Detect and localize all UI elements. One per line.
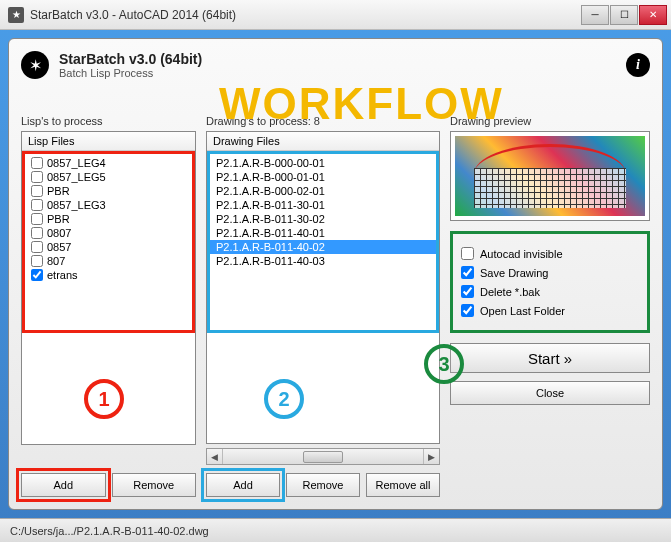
- statusbar: C:/Users/ja.../P2.1.A.R-B-011-40-02.dwg: [0, 518, 671, 542]
- preview-column: Drawing preview Autocad invisible Save D…: [450, 115, 650, 497]
- drawings-remove-button[interactable]: Remove: [286, 473, 360, 497]
- inner-frame: WORKFLOW 1 2 3 ✶ StarBatch v3.0 (64bit) …: [0, 30, 671, 518]
- maximize-button[interactable]: ☐: [610, 5, 638, 25]
- drawing-row[interactable]: P2.1.A.R-B-011-40-01: [210, 226, 436, 240]
- drawings-buttons: Add Remove Remove all: [206, 473, 440, 497]
- minimize-button[interactable]: ─: [581, 5, 609, 25]
- lisps-title: Lisp's to process: [21, 115, 196, 127]
- lisp-checkbox[interactable]: [31, 199, 43, 211]
- scroll-left-icon[interactable]: ◀: [207, 449, 223, 464]
- drawing-row[interactable]: P2.1.A.R-B-000-01-01: [210, 170, 436, 184]
- lisps-buttons: Add Remove: [21, 473, 196, 497]
- step-badge-1: 1: [84, 379, 124, 419]
- option-label: Delete *.bak: [480, 286, 540, 298]
- preview-image: [455, 136, 645, 216]
- preview-grid-icon: [474, 168, 626, 208]
- info-icon[interactable]: i: [626, 53, 650, 77]
- main-window: ★ StarBatch v3.0 - AutoCAD 2014 (64bit) …: [0, 0, 671, 542]
- options-group: Autocad invisible Save Drawing Delete *.…: [450, 231, 650, 333]
- drawing-row[interactable]: P2.1.A.R-B-011-40-02: [210, 240, 436, 254]
- lisp-checkbox[interactable]: [31, 213, 43, 225]
- drawing-row[interactable]: P2.1.A.R-B-000-00-01: [210, 156, 436, 170]
- lisps-remove-button[interactable]: Remove: [112, 473, 197, 497]
- drawing-row[interactable]: P2.1.A.R-B-000-02-01: [210, 184, 436, 198]
- scroll-right-icon[interactable]: ▶: [423, 449, 439, 464]
- lisp-checkbox[interactable]: [31, 157, 43, 169]
- lisp-row[interactable]: 0857_LEG4: [25, 156, 192, 170]
- lisps-list-header: Lisp Files: [22, 132, 195, 151]
- lisp-label: 0857_LEG5: [47, 171, 106, 183]
- option-label: Autocad invisible: [480, 248, 563, 260]
- scroll-thumb[interactable]: [303, 451, 343, 463]
- titlebar-text: StarBatch v3.0 - AutoCAD 2014 (64bit): [30, 8, 581, 22]
- lisp-row[interactable]: 807: [25, 254, 192, 268]
- main-panel: WORKFLOW 1 2 3 ✶ StarBatch v3.0 (64bit) …: [8, 38, 663, 510]
- step-badge-2: 2: [264, 379, 304, 419]
- lisp-label: etrans: [47, 269, 78, 281]
- horizontal-scrollbar[interactable]: ◀ ▶: [206, 448, 440, 465]
- option-checkbox[interactable]: [461, 304, 474, 317]
- option-label: Save Drawing: [480, 267, 548, 279]
- panel-subtitle: Batch Lisp Process: [59, 67, 202, 79]
- option-row[interactable]: Open Last Folder: [461, 301, 639, 320]
- lisp-checkbox[interactable]: [31, 171, 43, 183]
- drawing-preview: [450, 131, 650, 221]
- drawings-list-header: Drawing Files: [207, 132, 439, 151]
- lisp-label: 807: [47, 255, 65, 267]
- option-row[interactable]: Delete *.bak: [461, 282, 639, 301]
- window-controls: ─ ☐ ✕: [581, 5, 667, 25]
- lisp-label: PBR: [47, 185, 70, 197]
- lisp-checkbox[interactable]: [31, 185, 43, 197]
- lisp-label: 0857: [47, 241, 71, 253]
- panel-title: StarBatch v3.0 (64bit): [59, 51, 202, 67]
- lisp-row[interactable]: 0857_LEG3: [25, 198, 192, 212]
- status-path: C:/Users/ja.../P2.1.A.R-B-011-40-02.dwg: [10, 525, 209, 537]
- lisp-label: 0807: [47, 227, 71, 239]
- header-text: StarBatch v3.0 (64bit) Batch Lisp Proces…: [59, 51, 202, 79]
- app-icon: ★: [8, 7, 24, 23]
- start-button[interactable]: Start »: [450, 343, 650, 373]
- drawing-row[interactable]: P2.1.A.R-B-011-30-02: [210, 212, 436, 226]
- lisps-list-body: 0857_LEG4 0857_LEG5 PBR 0857_LEG3 PBR 08…: [22, 151, 195, 333]
- lisp-row[interactable]: 0857: [25, 240, 192, 254]
- drawings-add-button[interactable]: Add: [206, 473, 280, 497]
- lisps-add-button[interactable]: Add: [21, 473, 106, 497]
- gear-icon: ✶: [21, 51, 49, 79]
- lisp-label: 0857_LEG4: [47, 157, 106, 169]
- close-window-button[interactable]: ✕: [639, 5, 667, 25]
- drawing-row[interactable]: P2.1.A.R-B-011-40-03: [210, 254, 436, 268]
- lisp-label: PBR: [47, 213, 70, 225]
- lisp-checkbox[interactable]: [31, 255, 43, 267]
- drawings-list-body: P2.1.A.R-B-000-00-01 P2.1.A.R-B-000-01-0…: [207, 151, 439, 333]
- option-checkbox[interactable]: [461, 266, 474, 279]
- drawings-column: Drawing's to process: 8 Drawing Files P2…: [206, 115, 440, 497]
- lisp-label: 0857_LEG3: [47, 199, 106, 211]
- option-checkbox[interactable]: [461, 285, 474, 298]
- option-label: Open Last Folder: [480, 305, 565, 317]
- drawings-remove-all-button[interactable]: Remove all: [366, 473, 440, 497]
- close-button[interactable]: Close: [450, 381, 650, 405]
- option-checkbox[interactable]: [461, 247, 474, 260]
- drawings-title: Drawing's to process: 8: [206, 115, 440, 127]
- drawings-listbox[interactable]: Drawing Files P2.1.A.R-B-000-00-01 P2.1.…: [206, 131, 440, 444]
- lisp-checkbox[interactable]: [31, 227, 43, 239]
- step-badge-3: 3: [424, 344, 464, 384]
- preview-title: Drawing preview: [450, 115, 650, 127]
- option-row[interactable]: Autocad invisible: [461, 244, 639, 263]
- lisp-row[interactable]: etrans: [25, 268, 192, 282]
- columns: Lisp's to process Lisp Files 0857_LEG4 0…: [21, 115, 650, 497]
- lisp-row[interactable]: PBR: [25, 212, 192, 226]
- titlebar[interactable]: ★ StarBatch v3.0 - AutoCAD 2014 (64bit) …: [0, 0, 671, 30]
- drawing-row[interactable]: P2.1.A.R-B-011-30-01: [210, 198, 436, 212]
- lisp-checkbox[interactable]: [31, 241, 43, 253]
- lisps-column: Lisp's to process Lisp Files 0857_LEG4 0…: [21, 115, 196, 497]
- option-row[interactable]: Save Drawing: [461, 263, 639, 282]
- lisp-row[interactable]: 0857_LEG5: [25, 170, 192, 184]
- lisp-checkbox[interactable]: [31, 269, 43, 281]
- lisp-row[interactable]: 0807: [25, 226, 192, 240]
- panel-header: ✶ StarBatch v3.0 (64bit) Batch Lisp Proc…: [21, 51, 650, 79]
- lisp-row[interactable]: PBR: [25, 184, 192, 198]
